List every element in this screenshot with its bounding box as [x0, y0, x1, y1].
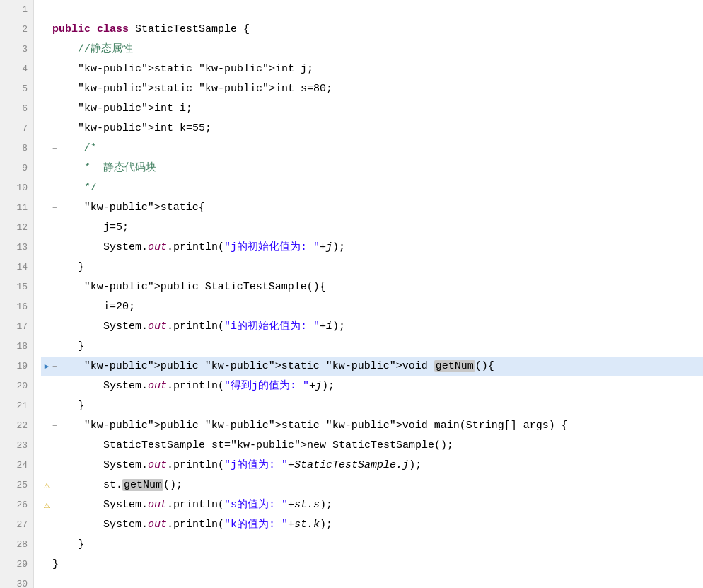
line-numbers: 1234567891011121314151617181920212223242… [0, 0, 34, 588]
code-text-1 [52, 0, 59, 20]
code-line-6: "kw-public">int i; [41, 99, 703, 119]
line-number-26: 26 [0, 495, 28, 515]
code-line-2: public class StaticTestSample { [41, 20, 703, 40]
code-line-27: System.out.println("k的值为: "+st.k); [41, 515, 703, 535]
fold-icon-11[interactable]: − [52, 198, 57, 218]
code-text-20: System.out.println("得到j的值为: "+j); [52, 376, 335, 396]
code-text-12: j=5; [52, 218, 129, 238]
line-number-29: 29 [0, 555, 28, 575]
line-number-10: 10 [0, 178, 28, 198]
code-content[interactable]: public class StaticTestSample { //静态属性 "… [34, 0, 703, 588]
code-line-13: System.out.println("j的初始化值为: "+j); [41, 238, 703, 258]
code-editor: 1234567891011121314151617181920212223242… [0, 0, 703, 588]
line-number-6: 6 [0, 99, 28, 119]
line-number-28: 28 [0, 535, 28, 555]
line-marker-26: ⚠ [41, 495, 52, 515]
line-number-9: 9 [0, 158, 28, 178]
code-text-29: } [52, 555, 59, 575]
code-text-2: public class StaticTestSample { [52, 20, 250, 40]
line-number-17: 17 [0, 317, 28, 337]
code-line-26: ⚠ System.out.println("s的值为: "+st.s); [41, 495, 703, 515]
code-line-8: − /* [41, 139, 703, 158]
code-line-30 [41, 575, 703, 588]
fold-icon-15[interactable]: − [52, 277, 57, 297]
line-number-19: 19 [0, 357, 28, 376]
line-number-5: 5 [0, 79, 28, 99]
fold-icon-19[interactable]: − [52, 357, 57, 376]
line-number-4: 4 [0, 59, 28, 79]
code-text-24: System.out.println("j的值为: "+StaticTestSa… [52, 456, 422, 475]
code-line-16: i=20; [41, 297, 703, 317]
line-number-1: 1 [0, 0, 28, 20]
code-line-22: − "kw-public">public "kw-public">static … [41, 416, 703, 436]
code-line-21: } [41, 396, 703, 416]
code-line-19: ▶− "kw-public">public "kw-public">static… [41, 357, 703, 376]
code-text-25: st.getNum(); [52, 475, 182, 495]
code-line-5: "kw-public">static "kw-public">int s=80; [41, 79, 703, 99]
code-text-3: //静态属性 [52, 40, 133, 59]
code-line-25: ⚠ st.getNum(); [41, 475, 703, 495]
code-text-27: System.out.println("k的值为: "+st.k); [52, 515, 332, 535]
line-number-13: 13 [0, 238, 28, 258]
code-text-11: "kw-public">static{ [59, 198, 205, 218]
code-text-17: System.out.println("i的初始化值为: "+i); [52, 317, 345, 337]
line-number-30: 30 [0, 575, 28, 588]
line-number-20: 20 [0, 376, 28, 396]
code-line-7: "kw-public">int k=55; [41, 119, 703, 139]
code-text-13: System.out.println("j的初始化值为: "+j); [52, 238, 345, 258]
code-text-15: "kw-public">public StaticTestSample(){ [59, 277, 326, 297]
line-number-25: 25 [0, 475, 28, 495]
code-line-29: } [41, 555, 703, 575]
line-marker-25: ⚠ [41, 475, 52, 495]
line-marker-19: ▶ [41, 357, 52, 376]
code-line-28: } [41, 535, 703, 555]
line-number-11: 11 [0, 198, 28, 218]
code-text-10: */ [52, 178, 97, 198]
code-line-24: System.out.println("j的值为: "+StaticTestSa… [41, 456, 703, 475]
line-number-14: 14 [0, 258, 28, 277]
code-line-4: "kw-public">static "kw-public">int j; [41, 59, 703, 79]
code-text-5: "kw-public">static "kw-public">int s=80; [52, 79, 332, 99]
code-line-14: } [41, 258, 703, 277]
line-number-24: 24 [0, 456, 28, 475]
code-text-26: System.out.println("s的值为: "+st.s); [52, 495, 332, 515]
code-line-9: * 静态代码块 [41, 158, 703, 178]
code-line-3: //静态属性 [41, 40, 703, 59]
code-text-4: "kw-public">static "kw-public">int j; [52, 59, 313, 79]
line-number-15: 15 [0, 277, 28, 297]
line-number-27: 27 [0, 515, 28, 535]
code-text-14: } [52, 258, 84, 277]
code-text-28: } [52, 535, 84, 555]
line-number-16: 16 [0, 297, 28, 317]
code-text-16: i=20; [52, 297, 135, 317]
code-line-12: j=5; [41, 218, 703, 238]
code-text-22: "kw-public">public "kw-public">static "k… [59, 416, 568, 436]
code-line-23: StaticTestSample st="kw-public">new Stat… [41, 436, 703, 456]
code-text-9: * 静态代码块 [52, 158, 156, 178]
fold-icon-22[interactable]: − [52, 416, 57, 436]
code-line-11: − "kw-public">static{ [41, 198, 703, 218]
fold-icon-8[interactable]: − [52, 139, 57, 158]
line-number-23: 23 [0, 436, 28, 456]
code-line-1 [41, 0, 703, 20]
code-line-10: */ [41, 178, 703, 198]
code-text-18: } [52, 337, 84, 357]
line-number-7: 7 [0, 119, 28, 139]
code-line-17: System.out.println("i的初始化值为: "+i); [41, 317, 703, 337]
line-number-22: 22 [0, 416, 28, 436]
code-text-19: "kw-public">public "kw-public">static "k… [59, 357, 494, 376]
code-text-8: /* [59, 139, 97, 158]
code-text-6: "kw-public">int i; [52, 99, 192, 119]
line-number-18: 18 [0, 337, 28, 357]
line-number-3: 3 [0, 40, 28, 59]
line-number-2: 2 [0, 20, 28, 40]
code-line-20: System.out.println("得到j的值为: "+j); [41, 376, 703, 396]
code-text-23: StaticTestSample st="kw-public">new Stat… [52, 436, 453, 456]
code-line-15: − "kw-public">public StaticTestSample(){ [41, 277, 703, 297]
code-line-18: } [41, 337, 703, 357]
code-text-7: "kw-public">int k=55; [52, 119, 211, 139]
code-text-30 [52, 575, 59, 588]
code-text-21: } [52, 396, 84, 416]
line-number-12: 12 [0, 218, 28, 238]
line-number-8: 8 [0, 139, 28, 158]
